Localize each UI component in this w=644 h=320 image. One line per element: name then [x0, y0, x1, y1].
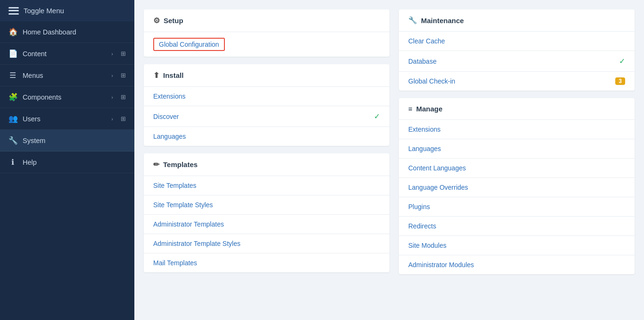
chevron-icon-content: › [111, 51, 113, 57]
template-link-2[interactable]: Administrator Templates [153, 220, 224, 228]
global-configuration-link[interactable]: Global Configuration [153, 38, 225, 51]
manage-title: Manage [416, 105, 443, 113]
sidebar-label-users: Users [23, 115, 106, 123]
install-item: Extensions [144, 87, 389, 106]
content-nav-icon: 📄 [8, 49, 17, 58]
setup-card: ⚙ Setup Global Configuration [144, 9, 389, 57]
sidebar-label-home: Home Dashboard [23, 28, 126, 36]
template-link-0[interactable]: Site Templates [153, 182, 197, 189]
maint-check-icon-1: ✓ [619, 57, 625, 66]
menus-nav-icon: ☰ [8, 71, 17, 80]
manage-item: Site Modules [399, 236, 635, 255]
check-icon-1: ✓ [374, 112, 380, 121]
maintenance-items: Clear Cache Database ✓ Global Check-in 3 [399, 32, 635, 91]
manage-link-3[interactable]: Language Overrides [408, 184, 468, 191]
sidebar-nav: 🏠 Home Dashboard 📄 Content › ⊞ ☰ Menus ›… [0, 21, 134, 173]
sidebar-item-components[interactable]: 🧩 Components › ⊞ [0, 86, 134, 108]
template-item: Site Template Styles [144, 195, 389, 215]
manage-item: Extensions [399, 120, 635, 139]
grid-icon-components: ⊞ [121, 93, 126, 101]
maintenance-title: Maintenance [421, 17, 464, 25]
install-link-1[interactable]: Discover [153, 113, 179, 120]
template-link-4[interactable]: Mail Templates [153, 259, 197, 267]
install-item: Languages [144, 127, 389, 146]
install-items: Extensions Discover ✓ Languages [144, 87, 389, 146]
templates-card: ✏ Templates Site TemplatesSite Template … [144, 153, 389, 272]
manage-card: ≡ Manage ExtensionsLanguagesContent Lang… [399, 98, 635, 274]
manage-link-2[interactable]: Content Languages [408, 164, 466, 172]
toggle-menu-button[interactable]: Toggle Menu [0, 0, 134, 21]
install-icon: ⬆ [153, 71, 159, 80]
template-item: Administrator Template Styles [144, 234, 389, 253]
install-header: ⬆ Install [144, 64, 389, 87]
manage-item: Administrator Modules [399, 255, 635, 274]
grid-icon-menus: ⊞ [121, 72, 126, 79]
manage-link-7[interactable]: Administrator Modules [408, 261, 474, 269]
template-item: Site Templates [144, 176, 389, 195]
install-link-2[interactable]: Languages [153, 133, 186, 140]
maintenance-link-1[interactable]: Database [408, 58, 437, 65]
chevron-icon-menus: › [111, 73, 113, 78]
manage-icon: ≡ [408, 105, 413, 113]
templates-header: ✏ Templates [144, 153, 389, 176]
sidebar-item-menus[interactable]: ☰ Menus › ⊞ [0, 65, 134, 86]
install-link-0[interactable]: Extensions [153, 93, 185, 100]
chevron-icon-components: › [111, 94, 113, 100]
templates-title: Templates [163, 160, 198, 168]
maintenance-icon: 🔧 [408, 16, 417, 25]
sidebar-item-home[interactable]: 🏠 Home Dashboard [0, 21, 134, 43]
sidebar: Toggle Menu 🏠 Home Dashboard 📄 Content ›… [0, 0, 134, 320]
manage-item: Content Languages [399, 159, 635, 178]
template-item: Mail Templates [144, 253, 389, 272]
system-nav-icon: 🔧 [8, 136, 17, 145]
manage-item: Redirects [399, 217, 635, 236]
sidebar-label-components: Components [23, 93, 106, 101]
manage-link-6[interactable]: Site Modules [408, 242, 446, 249]
sidebar-label-content: Content [23, 50, 106, 58]
components-nav-icon: 🧩 [8, 93, 17, 101]
toggle-menu-label: Toggle Menu [24, 7, 64, 15]
home-nav-icon: 🏠 [8, 27, 17, 36]
maintenance-card: 🔧 Maintenance Clear Cache Database ✓ Glo… [399, 9, 635, 91]
sidebar-item-system[interactable]: 🔧 System [0, 130, 134, 152]
manage-header: ≡ Manage [399, 98, 635, 120]
maintenance-link-2[interactable]: Global Check-in [408, 77, 455, 85]
install-title: Install [163, 71, 183, 79]
install-card: ⬆ Install Extensions Discover ✓ Language… [144, 64, 389, 146]
manage-link-5[interactable]: Redirects [408, 222, 436, 230]
template-link-1[interactable]: Site Template Styles [153, 201, 213, 209]
maintenance-item: Clear Cache [399, 32, 635, 51]
grid-icon-users: ⊞ [121, 115, 126, 122]
manage-link-1[interactable]: Languages [408, 145, 441, 152]
install-item: Discover ✓ [144, 106, 389, 127]
maint-badge-2: 3 [615, 77, 625, 85]
manage-link-4[interactable]: Plugins [408, 203, 430, 211]
template-link-3[interactable]: Administrator Template Styles [153, 240, 240, 247]
users-nav-icon: 👥 [8, 114, 17, 123]
maintenance-link-0[interactable]: Clear Cache [408, 37, 445, 45]
global-config-item: Global Configuration [144, 32, 389, 57]
sidebar-label-system: System [23, 137, 126, 144]
maintenance-item: Database ✓ [399, 51, 635, 72]
manage-link-0[interactable]: Extensions [408, 126, 440, 133]
setup-icon: ⚙ [153, 16, 160, 25]
help-nav-icon: ℹ [8, 158, 17, 167]
setup-header: ⚙ Setup [144, 9, 389, 32]
maintenance-header: 🔧 Maintenance [399, 9, 635, 32]
template-item: Administrator Templates [144, 215, 389, 234]
manage-item: Language Overrides [399, 178, 635, 197]
sidebar-label-menus: Menus [23, 72, 106, 79]
main-content: ⚙ Setup Global Configuration ⬆ Install E… [134, 0, 644, 320]
left-panel: ⚙ Setup Global Configuration ⬆ Install E… [144, 9, 389, 311]
grid-icon-content: ⊞ [121, 50, 126, 57]
manage-item: Languages [399, 139, 635, 159]
chevron-icon-users: › [111, 116, 113, 122]
templates-icon: ✏ [153, 160, 159, 169]
manage-items: ExtensionsLanguagesContent LanguagesLang… [399, 120, 635, 274]
sidebar-item-content[interactable]: 📄 Content › ⊞ [0, 43, 134, 65]
templates-items: Site TemplatesSite Template StylesAdmini… [144, 176, 389, 272]
sidebar-item-users[interactable]: 👥 Users › ⊞ [0, 108, 134, 130]
setup-title: Setup [164, 17, 183, 25]
hamburger-icon [8, 7, 19, 15]
sidebar-item-help[interactable]: ℹ Help [0, 152, 134, 173]
